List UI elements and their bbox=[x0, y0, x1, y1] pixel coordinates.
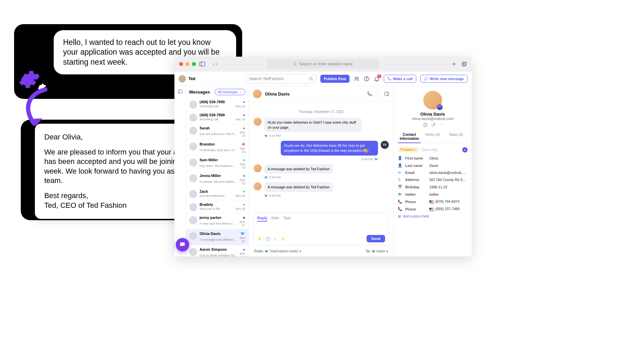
tab-task[interactable]: Task bbox=[283, 216, 291, 222]
thread-item[interactable]: Olivia Davis🐦 A message was deleted by T… bbox=[186, 229, 249, 245]
message-meta: 🐦5:45 PM bbox=[264, 194, 389, 197]
forward-icon[interactable]: › bbox=[216, 61, 217, 67]
address-bar[interactable]: Search or enter website name bbox=[267, 59, 379, 69]
channel-icon: ● bbox=[243, 189, 245, 193]
thread-item[interactable]: (408) 539-7999● Incoming callDec 19 bbox=[186, 98, 249, 111]
contact-field[interactable]: 📅 Birthday 1988-11-22 bbox=[398, 185, 468, 189]
tabs-icon[interactable] bbox=[462, 61, 467, 67]
tag-input[interactable]: Type a tag bbox=[421, 148, 460, 152]
field-label: Phone bbox=[405, 207, 427, 211]
thread-avatar bbox=[189, 159, 197, 167]
more-icon[interactable]: ⋯ bbox=[439, 123, 443, 127]
clock-icon[interactable]: 🕐 bbox=[265, 237, 270, 241]
field-value: (678) 744-6374 bbox=[429, 199, 468, 203]
send-button[interactable]: Send bbox=[367, 235, 385, 242]
contact-field[interactable]: ✉ Email olivia.davis@outlook.com bbox=[398, 171, 468, 175]
magic-icon[interactable]: ✨ bbox=[280, 237, 285, 241]
publish-post-button[interactable]: Publish Post bbox=[320, 75, 350, 83]
thread-item[interactable]: Sam Miller● Hey Sam. Ted Fashion is havi… bbox=[186, 156, 249, 172]
message-filter[interactable]: All messages ⌄ bbox=[215, 89, 245, 95]
camera-icon[interactable]: 📷 bbox=[437, 104, 443, 110]
clipboard-icon[interactable]: 📋 bbox=[423, 123, 428, 127]
channel-icon: ● bbox=[243, 100, 245, 104]
contact-field[interactable]: ⚲ Address 501 Old County Rd San Carlos bbox=[398, 178, 468, 182]
browser-window: ‹ › Search or enter website name Ted Sea… bbox=[174, 57, 472, 256]
field-label: twitter bbox=[405, 192, 427, 196]
contact-field[interactable]: 📞 Phone (678) 744-6374 bbox=[398, 199, 468, 204]
new-tab-icon[interactable] bbox=[451, 61, 457, 67]
tab-contact-info[interactable]: Contact Information bbox=[398, 130, 421, 143]
collapse-icon[interactable] bbox=[177, 89, 183, 256]
svg-point-13 bbox=[366, 79, 367, 80]
notifications-icon[interactable]: 3 bbox=[374, 76, 380, 82]
add-tag-button[interactable]: + bbox=[462, 147, 468, 153]
svg-point-10 bbox=[355, 77, 357, 78]
call-icon[interactable] bbox=[367, 91, 372, 97]
field-icon: 📅 bbox=[398, 185, 402, 189]
workspace-switcher[interactable]: Ted bbox=[178, 75, 195, 82]
help-fab[interactable] bbox=[176, 238, 189, 251]
contact-field[interactable]: 🐦 twitter twitter bbox=[398, 192, 468, 196]
thread-item[interactable]: Zack● you are welcome!Nov 23 bbox=[186, 187, 249, 200]
emoji-icon[interactable]: ☺ bbox=[273, 237, 277, 241]
app-header: Ted Search TedFashion Publish Post 3 Mak… bbox=[174, 71, 472, 86]
sender-avatar: TF bbox=[381, 141, 389, 149]
svg-point-11 bbox=[357, 77, 359, 78]
twitter-icon: 🐦 bbox=[264, 194, 268, 197]
field-value: olivia.davis@outlook.com bbox=[429, 171, 468, 175]
contact-avatar[interactable]: 📷 bbox=[423, 91, 442, 110]
app-search[interactable]: Search TedFashion bbox=[246, 74, 316, 83]
message-deleted: A message was deleted by Ted Fashion bbox=[254, 164, 389, 174]
thread-item[interactable]: Brandon◉ Hi Brandan, how are u doing? W.… bbox=[186, 140, 249, 156]
thread-avatar bbox=[189, 114, 197, 122]
tab-reply[interactable]: Reply bbox=[257, 216, 267, 222]
thread-date: Dec 19 bbox=[235, 105, 245, 108]
message-outgoing: Hi,yes we do. Our deliveries have 36 hrs… bbox=[254, 141, 389, 155]
minimize-dot[interactable] bbox=[185, 62, 190, 66]
svg-rect-6 bbox=[463, 62, 466, 65]
thread-item[interactable]: (408) 539-7999● Incoming callDec 19 bbox=[186, 111, 249, 124]
arrow-decoration bbox=[20, 86, 54, 130]
tab-notes[interactable]: Notes (0) bbox=[421, 130, 444, 143]
twitter-icon: 🐦 bbox=[374, 158, 378, 161]
deleted-bubble: A message was deleted by Ted Fashion bbox=[264, 182, 333, 192]
sidebar-toggle-icon[interactable] bbox=[199, 62, 205, 66]
maximize-dot[interactable] bbox=[192, 62, 196, 66]
lightning-icon[interactable]: ⚡ bbox=[257, 237, 262, 241]
note-icon[interactable]: 📝 bbox=[431, 123, 436, 127]
contact-field[interactable]: 👤 Last name Davis bbox=[398, 163, 468, 168]
thread-item[interactable]: Sarah● you are welcome ! Ted Fashion t..… bbox=[186, 124, 249, 140]
thread-item[interactable]: Aaron Simpson● Due to Bank Holidays foll… bbox=[186, 245, 249, 256]
close-dot[interactable] bbox=[179, 62, 183, 66]
write-message-button[interactable]: Write new message bbox=[420, 75, 468, 83]
panel-toggle-icon[interactable] bbox=[384, 91, 389, 97]
make-call-button[interactable]: Make a call bbox=[384, 75, 416, 83]
url-placeholder: Search or enter website name bbox=[299, 62, 353, 66]
tab-note[interactable]: Note bbox=[271, 216, 279, 222]
thread-item[interactable]: Bradely● Sent you a file.Nov 23 bbox=[186, 200, 249, 214]
thread-date: Nov 16 bbox=[238, 252, 245, 256]
thread-item[interactable]: jenny parker■ A new task has been create… bbox=[186, 214, 249, 229]
message-incoming: Hi,do you make deliveries to Utah? I saw… bbox=[254, 118, 389, 132]
contacts-icon[interactable] bbox=[354, 76, 360, 82]
help-icon[interactable] bbox=[364, 76, 370, 82]
composer[interactable]: Reply Note Task ⚡ 🕐 ☺ ✨ Send bbox=[254, 213, 389, 245]
svg-line-9 bbox=[312, 79, 313, 80]
thread-date: Dec 19 bbox=[238, 131, 245, 137]
add-custom-field[interactable]: ⊞Add custom field bbox=[398, 214, 468, 218]
thread-item[interactable]: Jenna Miller● Hi Jenna. We just wanted t… bbox=[186, 172, 249, 187]
conversation-avatar bbox=[253, 89, 262, 98]
chevron-down-icon: ⌄ bbox=[239, 90, 242, 94]
contact-field[interactable]: 📞 Phone (559) 237-7489 bbox=[398, 207, 468, 211]
from-field[interactable]: From: 🐦 TedsFashion twitter ▾ bbox=[254, 249, 301, 253]
thread-name: Sam Miller bbox=[200, 158, 218, 162]
to-field[interactable]: To: 🐦 twitter ▾ bbox=[366, 249, 388, 253]
channel-icon: ● bbox=[243, 202, 245, 206]
back-icon[interactable]: ‹ bbox=[213, 61, 214, 67]
tab-tasks[interactable]: Tasks (0) bbox=[444, 130, 468, 143]
contact-field[interactable]: 👤 First name Olivia bbox=[398, 156, 468, 160]
more-icon[interactable]: ⋮ bbox=[376, 91, 380, 97]
svg-rect-0 bbox=[200, 62, 205, 66]
field-value: 1988-11-22 bbox=[429, 185, 468, 189]
tag-prospect[interactable]: Prospect × bbox=[398, 147, 419, 153]
